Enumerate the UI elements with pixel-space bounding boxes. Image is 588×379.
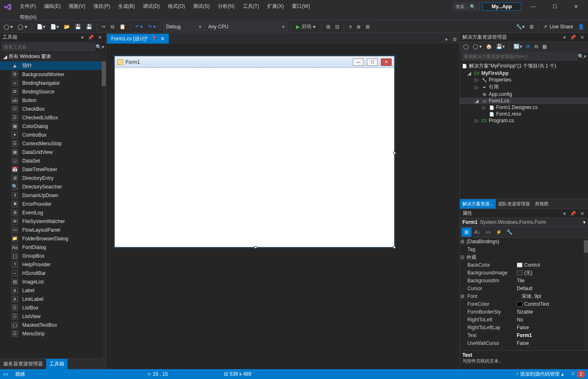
toolbox-item[interactable]: ☰ContextMenuStrip	[0, 139, 106, 148]
minimize-button[interactable]: —	[524, 2, 543, 12]
toolbox-item[interactable]: ☰ListBox	[0, 303, 106, 312]
tab-close-button[interactable]: ✕	[161, 36, 165, 42]
prop-row[interactable]: Tag	[460, 246, 588, 253]
toolbox-item[interactable]: ⧉BindingSource	[0, 87, 106, 96]
prop-value[interactable]: Tile	[514, 278, 588, 284]
toolbox-item[interactable]: ALabel	[0, 286, 106, 295]
toolbox-item[interactable]: ?HelpProvider	[0, 260, 106, 269]
start-button[interactable]: ▶启动 ▾	[293, 22, 319, 31]
props-pin-button[interactable]: 📌	[569, 211, 577, 216]
tree-designer[interactable]: ▷ 📄 Form1.Designer.cs	[460, 104, 588, 111]
status-window-icon[interactable]: ▭	[3, 371, 8, 377]
search-icon[interactable]: 🔍▾	[577, 52, 586, 60]
toolbox-search-input[interactable]	[2, 43, 95, 51]
toolbox-item[interactable]: 📁FolderBrowserDialog	[0, 234, 106, 243]
title-search[interactable]: 搜索... 🔍	[453, 2, 480, 11]
toolbox-group-header[interactable]: ◢ 所有 Windows 窗体	[0, 52, 106, 61]
ext-button2[interactable]: ⊞	[527, 23, 536, 31]
paste-button[interactable]: 📋	[117, 23, 128, 31]
toolbox-item[interactable]: AaFontDialog	[0, 243, 106, 251]
menu-view[interactable]: 视图(V)	[65, 2, 89, 11]
status-source-control[interactable]: ↑ 添加到源代码管理 ▴	[516, 371, 564, 378]
soln-home-button[interactable]: 🏠	[484, 43, 494, 50]
prop-value[interactable]: ControlText	[514, 301, 588, 307]
tree-solution-root[interactable]: 📄 解决方案"MyFirstApp"(1 个项目/共 1 个)	[460, 62, 588, 70]
toolbox-item[interactable]: ≣EventLog	[0, 208, 106, 217]
prop-value[interactable]: Sizable	[514, 309, 588, 315]
toolbox-item[interactable]: ▭FlowLayoutPanel	[0, 226, 106, 234]
prop-row[interactable]: BackgroundImTile	[460, 277, 588, 285]
prop-row[interactable]: BackgroundImage(无)	[460, 269, 588, 277]
form-max-button[interactable]: ☐	[367, 58, 378, 66]
menu-test[interactable]: 测试(S)	[190, 2, 213, 11]
soln-close-button[interactable]: ✕	[579, 35, 586, 40]
toolbox-item[interactable]: ⇕DomainUpDown	[0, 191, 106, 200]
copy-button[interactable]: ⧉	[109, 23, 117, 31]
soln-dropdown-button[interactable]: ▾	[562, 35, 567, 40]
prop-value[interactable]: Default	[514, 286, 588, 291]
toolbox-item[interactable]: ☰CheckedListBox	[0, 113, 106, 122]
props-pages-button[interactable]: 🔧	[504, 228, 514, 237]
toolbox-item[interactable]: ☑CheckBox	[0, 105, 106, 113]
toolbox-scrollbar[interactable]	[102, 61, 106, 358]
prop-row[interactable]: ForeColorControlText	[460, 300, 588, 308]
soln-showall-button[interactable]: ▦	[541, 43, 548, 50]
prop-row[interactable]: TextForm1	[460, 332, 588, 339]
solution-search-input[interactable]	[462, 52, 577, 60]
align-button5[interactable]: ⊞	[364, 23, 372, 31]
prop-row[interactable]: FormBorderStySizable	[460, 308, 588, 316]
toolbox-item[interactable]: ⌸DataSet	[0, 156, 106, 165]
ext-button1[interactable]: 🔧▾	[514, 23, 527, 31]
tree-resx[interactable]: 📄 Form1.resx	[460, 111, 588, 117]
tab-dropdown-button[interactable]: ▾	[443, 35, 450, 44]
tab-solution-explorer[interactable]: 解决方案资源...	[460, 199, 496, 209]
tree-project[interactable]: ◢ C# MyFirstApp	[460, 70, 588, 77]
tab-class-view[interactable]: 类视图	[532, 199, 551, 209]
prop-row[interactable]: ⊞Font宋体, 9pt	[460, 293, 588, 300]
toolbox-item[interactable]: ALinkLabel	[0, 295, 106, 303]
prop-row[interactable]: RightToLeftLayFalse	[460, 324, 588, 332]
toolbox-close-button[interactable]: ✕	[97, 35, 103, 40]
toolbox-dropdown-button[interactable]: ▾	[80, 35, 85, 40]
expand-icon[interactable]: ⊞	[460, 239, 465, 244]
prop-value[interactable]: 宋体, 9pt	[519, 293, 588, 300]
doc-tab-form1[interactable]: Form1.cs [设计]* 📍 ✕	[107, 34, 169, 44]
menu-help[interactable]: 帮助(H)	[16, 13, 586, 22]
tab-gear-button[interactable]: ⚙	[450, 35, 460, 44]
prop-value[interactable]: Control	[514, 262, 588, 268]
save-button[interactable]: 💾	[73, 23, 83, 31]
categorized-button[interactable]: ⊞	[462, 228, 471, 237]
align-button4[interactable]: ≣	[355, 23, 363, 31]
soln-fwd-button[interactable]: ◯ ▾	[471, 43, 483, 50]
toolbox-item[interactable]: ▤ImageList	[0, 277, 106, 286]
tab-toolbox[interactable]: 工具箱	[46, 359, 68, 369]
maximize-button[interactable]: ☐	[545, 2, 564, 12]
menu-debug[interactable]: 调试(D)	[140, 2, 163, 11]
props-scrollbar[interactable]	[584, 238, 588, 350]
toolbox-item[interactable]: ▦ColorDialog	[0, 122, 106, 130]
align-button2[interactable]: ⊟	[333, 23, 341, 31]
add-item-button[interactable]: 📄▾	[48, 23, 61, 31]
save-all-button[interactable]: 💾	[84, 23, 94, 31]
cut-button[interactable]: ✂	[100, 23, 108, 31]
redo-button[interactable]: ↷ ▾	[146, 23, 158, 31]
toolbox-item[interactable]: 👁FileSystemWatcher	[0, 217, 106, 226]
toolbox-item[interactable]: ▾ComboBox	[0, 130, 106, 139]
menu-edit[interactable]: 编辑(E)	[41, 2, 64, 11]
props-view-button[interactable]: ▭	[483, 228, 493, 237]
soln-back-button[interactable]: ◯	[462, 43, 470, 50]
tab-team-explorer[interactable]: 团队资源管理器	[496, 199, 532, 209]
tree-appconfig[interactable]: ⚙ App.config	[460, 91, 588, 98]
nav-back-button[interactable]: ◯ ▾	[2, 23, 15, 31]
toolbox-item[interactable]: [ ]GroupBox	[0, 251, 106, 260]
undo-button[interactable]: ↶ ▾	[133, 23, 145, 31]
toolbox-item[interactable]: ✖ErrorProvider	[0, 200, 106, 208]
new-project-button[interactable]: 📄▾	[35, 23, 47, 31]
toolbox-item[interactable]: ↔HScrollBar	[0, 269, 106, 277]
toolbox-item[interactable]: 🔍DirectorySearcher	[0, 182, 106, 191]
toolbox-item[interactable]: (.)MaskedTextBox	[0, 321, 106, 329]
soln-collapse-button[interactable]: ⧉	[533, 43, 540, 50]
props-close-button[interactable]: ✕	[579, 211, 586, 216]
soln-pin-button[interactable]: 📌	[569, 35, 577, 40]
resize-handle-bottom[interactable]	[254, 246, 257, 249]
